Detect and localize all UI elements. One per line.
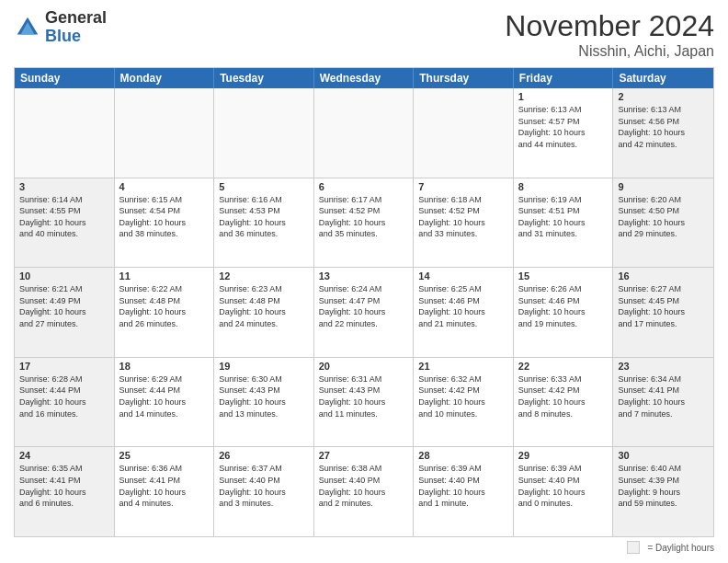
calendar-cell-day-22: 22Sunrise: 6:33 AMSunset: 4:42 PMDayligh…	[514, 358, 614, 447]
header: General Blue November 2024 Nisshin, Aich…	[14, 9, 714, 60]
day-info: Sunrise: 6:34 AMSunset: 4:41 PMDaylight:…	[618, 373, 709, 419]
legend: = Daylight hours	[14, 541, 714, 554]
day-number: 17	[19, 361, 109, 372]
day-info: Sunrise: 6:13 AMSunset: 4:56 PMDaylight:…	[618, 104, 709, 150]
month-title: November 2024	[505, 9, 714, 43]
day-number: 25	[119, 450, 210, 461]
calendar-header-tuesday: Tuesday	[214, 68, 314, 88]
calendar-cell-empty	[314, 88, 415, 178]
calendar-cell-empty	[115, 88, 215, 178]
title-section: November 2024 Nisshin, Aichi, Japan	[505, 9, 714, 60]
legend-box	[627, 541, 640, 554]
calendar-cell-day-10: 10Sunrise: 6:21 AMSunset: 4:49 PMDayligh…	[15, 268, 115, 357]
day-number: 23	[618, 361, 709, 372]
day-info: Sunrise: 6:14 AMSunset: 4:55 PMDaylight:…	[19, 194, 109, 240]
day-number: 8	[518, 181, 609, 192]
day-info: Sunrise: 6:33 AMSunset: 4:42 PMDaylight:…	[518, 373, 609, 419]
day-number: 28	[418, 450, 508, 461]
day-number: 9	[618, 181, 709, 192]
calendar-cell-day-29: 29Sunrise: 6:39 AMSunset: 4:40 PMDayligh…	[514, 447, 614, 536]
day-info: Sunrise: 6:29 AMSunset: 4:44 PMDaylight:…	[119, 373, 210, 419]
day-number: 14	[418, 270, 508, 282]
day-number: 7	[418, 181, 508, 192]
calendar-body: 1Sunrise: 6:13 AMSunset: 4:57 PMDaylight…	[15, 88, 713, 536]
legend-label: = Daylight hours	[647, 543, 714, 553]
day-info: Sunrise: 6:13 AMSunset: 4:57 PMDaylight:…	[518, 104, 609, 150]
calendar-cell-day-1: 1Sunrise: 6:13 AMSunset: 4:57 PMDaylight…	[514, 88, 614, 178]
calendar-cell-day-28: 28Sunrise: 6:39 AMSunset: 4:40 PMDayligh…	[414, 447, 514, 536]
day-info: Sunrise: 6:21 AMSunset: 4:49 PMDaylight:…	[19, 283, 109, 329]
day-number: 6	[319, 181, 409, 192]
day-info: Sunrise: 6:25 AMSunset: 4:46 PMDaylight:…	[418, 283, 508, 329]
calendar-cell-day-20: 20Sunrise: 6:31 AMSunset: 4:43 PMDayligh…	[314, 358, 415, 447]
day-info: Sunrise: 6:36 AMSunset: 4:41 PMDaylight:…	[119, 463, 210, 509]
day-info: Sunrise: 6:32 AMSunset: 4:42 PMDaylight:…	[418, 373, 508, 419]
day-info: Sunrise: 6:35 AMSunset: 4:41 PMDaylight:…	[19, 463, 109, 509]
calendar-header-wednesday: Wednesday	[314, 68, 415, 88]
day-info: Sunrise: 6:18 AMSunset: 4:52 PMDaylight:…	[418, 194, 508, 240]
day-number: 24	[19, 450, 109, 461]
day-number: 21	[418, 361, 508, 372]
logo-blue: Blue	[45, 28, 107, 46]
day-info: Sunrise: 6:22 AMSunset: 4:48 PMDaylight:…	[119, 283, 210, 329]
calendar-header-friday: Friday	[514, 68, 614, 88]
day-info: Sunrise: 6:31 AMSunset: 4:43 PMDaylight:…	[319, 373, 409, 419]
location-subtitle: Nisshin, Aichi, Japan	[505, 43, 714, 60]
calendar-cell-day-30: 30Sunrise: 6:40 AMSunset: 4:39 PMDayligh…	[613, 447, 713, 536]
calendar-cell-day-23: 23Sunrise: 6:34 AMSunset: 4:41 PMDayligh…	[613, 358, 713, 447]
day-info: Sunrise: 6:37 AMSunset: 4:40 PMDaylight:…	[219, 463, 309, 509]
calendar-cell-day-9: 9Sunrise: 6:20 AMSunset: 4:50 PMDaylight…	[613, 178, 713, 268]
calendar-cell-day-3: 3Sunrise: 6:14 AMSunset: 4:55 PMDaylight…	[15, 178, 115, 268]
day-number: 12	[219, 270, 309, 282]
calendar-cell-day-17: 17Sunrise: 6:28 AMSunset: 4:44 PMDayligh…	[15, 358, 115, 447]
calendar-cell-day-2: 2Sunrise: 6:13 AMSunset: 4:56 PMDaylight…	[613, 88, 713, 178]
logo-icon	[14, 14, 41, 41]
calendar-cell-day-6: 6Sunrise: 6:17 AMSunset: 4:52 PMDaylight…	[314, 178, 415, 268]
day-number: 5	[219, 181, 309, 192]
calendar: SundayMondayTuesdayWednesdayThursdayFrid…	[14, 67, 714, 537]
calendar-header-monday: Monday	[115, 68, 215, 88]
calendar-cell-day-14: 14Sunrise: 6:25 AMSunset: 4:46 PMDayligh…	[414, 268, 514, 357]
day-info: Sunrise: 6:26 AMSunset: 4:46 PMDaylight:…	[518, 283, 609, 329]
day-info: Sunrise: 6:30 AMSunset: 4:43 PMDaylight:…	[219, 373, 309, 419]
calendar-cell-day-18: 18Sunrise: 6:29 AMSunset: 4:44 PMDayligh…	[115, 358, 215, 447]
day-info: Sunrise: 6:27 AMSunset: 4:45 PMDaylight:…	[618, 283, 709, 329]
day-number: 10	[19, 270, 109, 282]
calendar-week-5: 24Sunrise: 6:35 AMSunset: 4:41 PMDayligh…	[15, 447, 713, 536]
day-number: 1	[518, 91, 609, 102]
calendar-cell-day-8: 8Sunrise: 6:19 AMSunset: 4:51 PMDaylight…	[514, 178, 614, 268]
calendar-cell-day-12: 12Sunrise: 6:23 AMSunset: 4:48 PMDayligh…	[214, 268, 314, 357]
calendar-week-2: 3Sunrise: 6:14 AMSunset: 4:55 PMDaylight…	[15, 178, 713, 269]
calendar-header-row: SundayMondayTuesdayWednesdayThursdayFrid…	[15, 68, 713, 88]
day-info: Sunrise: 6:15 AMSunset: 4:54 PMDaylight:…	[119, 194, 210, 240]
day-info: Sunrise: 6:23 AMSunset: 4:48 PMDaylight:…	[219, 283, 309, 329]
day-number: 2	[618, 91, 709, 102]
day-number: 11	[119, 270, 210, 282]
calendar-cell-day-16: 16Sunrise: 6:27 AMSunset: 4:45 PMDayligh…	[613, 268, 713, 357]
day-info: Sunrise: 6:40 AMSunset: 4:39 PMDaylight:…	[618, 463, 709, 509]
day-info: Sunrise: 6:17 AMSunset: 4:52 PMDaylight:…	[319, 194, 409, 240]
day-info: Sunrise: 6:19 AMSunset: 4:51 PMDaylight:…	[518, 194, 609, 240]
calendar-cell-day-11: 11Sunrise: 6:22 AMSunset: 4:48 PMDayligh…	[115, 268, 215, 357]
day-info: Sunrise: 6:20 AMSunset: 4:50 PMDaylight:…	[618, 194, 709, 240]
day-number: 13	[319, 270, 409, 282]
logo: General Blue	[14, 9, 107, 46]
day-info: Sunrise: 6:39 AMSunset: 4:40 PMDaylight:…	[418, 463, 508, 509]
day-info: Sunrise: 6:28 AMSunset: 4:44 PMDaylight:…	[19, 373, 109, 419]
calendar-cell-day-27: 27Sunrise: 6:38 AMSunset: 4:40 PMDayligh…	[314, 447, 415, 536]
page: General Blue November 2024 Nisshin, Aich…	[0, 0, 728, 563]
day-number: 27	[319, 450, 409, 461]
calendar-week-3: 10Sunrise: 6:21 AMSunset: 4:49 PMDayligh…	[15, 268, 713, 358]
calendar-cell-day-26: 26Sunrise: 6:37 AMSunset: 4:40 PMDayligh…	[214, 447, 314, 536]
day-number: 15	[518, 270, 609, 282]
day-number: 3	[19, 181, 109, 192]
day-number: 18	[119, 361, 210, 372]
calendar-week-4: 17Sunrise: 6:28 AMSunset: 4:44 PMDayligh…	[15, 358, 713, 448]
calendar-cell-day-24: 24Sunrise: 6:35 AMSunset: 4:41 PMDayligh…	[15, 447, 115, 536]
day-info: Sunrise: 6:24 AMSunset: 4:47 PMDaylight:…	[319, 283, 409, 329]
day-info: Sunrise: 6:38 AMSunset: 4:40 PMDaylight:…	[319, 463, 409, 509]
calendar-cell-empty	[414, 88, 514, 178]
calendar-cell-day-7: 7Sunrise: 6:18 AMSunset: 4:52 PMDaylight…	[414, 178, 514, 268]
day-number: 29	[518, 450, 609, 461]
day-number: 26	[219, 450, 309, 461]
